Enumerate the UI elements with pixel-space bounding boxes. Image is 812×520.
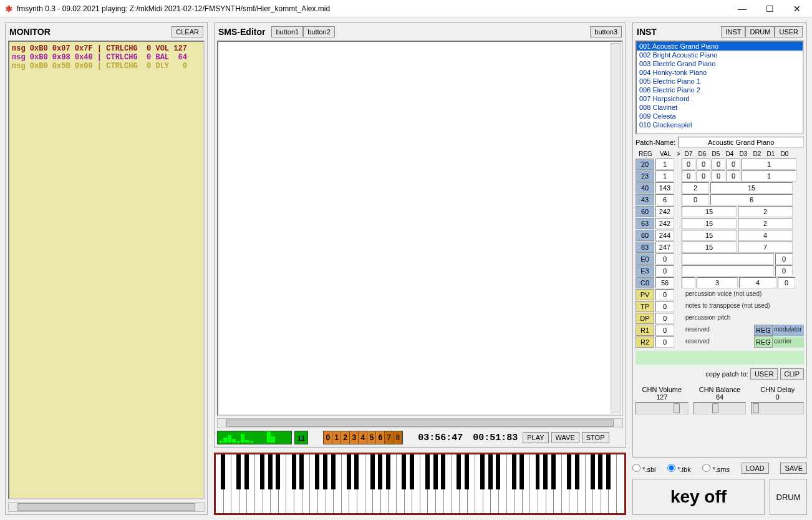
play-button[interactable]: PLAY (523, 432, 548, 443)
black-key[interactable] (292, 454, 296, 489)
reg-bit[interactable]: 2 (738, 218, 793, 229)
reg-bit[interactable] (682, 253, 774, 265)
black-key[interactable] (488, 454, 493, 489)
tab-drum[interactable]: DRUM (745, 26, 775, 37)
stop-button[interactable]: STOP (582, 432, 609, 443)
black-key[interactable] (268, 454, 273, 489)
chn-slider[interactable] (751, 402, 804, 415)
reg-bit[interactable]: 15 (682, 206, 737, 217)
piano-keyboard[interactable] (214, 453, 626, 515)
reg-val[interactable]: 0 (655, 313, 674, 324)
white-key[interactable] (365, 454, 374, 513)
white-key[interactable] (420, 454, 428, 513)
reg-bit[interactable]: 6 (710, 194, 793, 205)
black-key[interactable] (276, 454, 280, 489)
reg-bit[interactable]: 4 (738, 230, 793, 241)
reg-bit[interactable]: 0 (778, 277, 795, 288)
reg-val[interactable]: 1 (655, 159, 674, 170)
reg-bit[interactable]: 0 (682, 194, 709, 205)
channel-8[interactable]: 8 (394, 431, 402, 444)
reg-val[interactable]: 0 (655, 325, 674, 336)
button1[interactable]: button1 (271, 26, 303, 37)
black-key[interactable] (598, 454, 602, 489)
chn-slider[interactable] (694, 402, 747, 415)
white-key[interactable] (231, 454, 239, 513)
black-key[interactable] (315, 454, 319, 489)
copy-user-button[interactable]: USER (750, 368, 778, 380)
white-key[interactable] (617, 454, 624, 513)
white-key[interactable] (562, 454, 570, 513)
list-item[interactable]: 009 Celesta (637, 112, 803, 120)
reg-val[interactable]: 0 (655, 301, 674, 312)
channel-0[interactable]: 0 (324, 431, 332, 444)
editor-scroll-v[interactable] (611, 43, 621, 413)
button3[interactable]: button3 (590, 26, 622, 37)
white-key[interactable] (216, 454, 224, 513)
instrument-list[interactable]: 001 Acoustic Grand Piano002 Bright Acous… (636, 41, 804, 134)
editor-scroll-h[interactable] (217, 418, 623, 428)
reg-bit[interactable]: 0 (775, 265, 793, 277)
black-key[interactable] (260, 454, 264, 489)
reg-bit[interactable]: 0 (697, 159, 710, 170)
clear-button[interactable]: CLEAR (172, 26, 203, 37)
black-key[interactable] (370, 454, 375, 489)
close-button[interactable]: ✕ (783, 1, 811, 17)
list-item[interactable]: 006 Electric Piano 2 (637, 86, 803, 94)
reg-bit[interactable]: 0 (775, 253, 793, 265)
black-key[interactable] (567, 454, 571, 489)
white-key[interactable] (397, 454, 405, 513)
list-item[interactable]: 004 Honky-tonk Piano (637, 68, 803, 77)
reg-val[interactable]: 56 (655, 277, 674, 288)
black-key[interactable] (551, 454, 556, 489)
tab-user[interactable]: USER (775, 26, 803, 37)
white-key[interactable] (530, 454, 538, 513)
reg-bit[interactable]: 15 (682, 230, 737, 241)
black-key[interactable] (410, 454, 414, 489)
list-item[interactable]: 001 Acoustic Grand Piano (637, 42, 803, 51)
black-key[interactable] (480, 454, 485, 489)
black-key[interactable] (378, 454, 382, 489)
save-button[interactable]: SAVE (780, 463, 807, 474)
minimize-button[interactable]: — (728, 1, 756, 17)
maximize-button[interactable]: ☐ (756, 1, 783, 17)
channel-6[interactable]: 6 (376, 431, 385, 444)
reg-bit[interactable]: 7 (738, 242, 793, 253)
reg-val[interactable]: 242 (655, 218, 674, 229)
reg-bit[interactable]: 0 (682, 159, 695, 170)
list-item[interactable]: 005 Electric Piano 1 (637, 77, 803, 86)
black-key[interactable] (236, 454, 241, 489)
list-item[interactable]: 008 Clavinet (637, 103, 803, 112)
black-key[interactable] (606, 454, 611, 489)
black-key[interactable] (347, 454, 351, 489)
reg-val[interactable]: 247 (655, 242, 674, 253)
black-key[interactable] (536, 454, 540, 489)
black-key[interactable] (244, 454, 249, 489)
monitor-scroll-h[interactable] (8, 502, 205, 512)
channel-4[interactable]: 4 (359, 431, 367, 444)
black-key[interactable] (457, 454, 461, 489)
channel-3[interactable]: 3 (350, 431, 359, 444)
reg-bit[interactable]: 1 (742, 159, 796, 170)
reg-val[interactable]: 242 (655, 206, 674, 217)
reg-bit[interactable]: 3 (697, 277, 738, 288)
black-key[interactable] (386, 454, 390, 489)
reg-bit[interactable]: 0 (727, 159, 740, 170)
black-key[interactable] (402, 454, 406, 489)
reg-val[interactable]: 0 (655, 265, 674, 277)
copy-clip-button[interactable]: CLIP (780, 368, 804, 380)
white-key[interactable] (255, 454, 263, 513)
radio-sbi[interactable]: *.sbi (632, 464, 655, 473)
reg-bit[interactable]: 0 (697, 170, 710, 182)
black-key[interactable] (331, 454, 336, 489)
black-key[interactable] (441, 454, 445, 489)
channel-5[interactable]: 5 (367, 431, 376, 444)
reg-bit[interactable]: 0 (712, 159, 725, 170)
reg-bit[interactable]: 15 (710, 182, 793, 194)
reg-bit[interactable]: 15 (682, 242, 737, 253)
black-key[interactable] (323, 454, 327, 489)
reg-bit[interactable] (682, 277, 695, 288)
reg-val[interactable]: 0 (655, 289, 674, 300)
white-key[interactable] (586, 454, 594, 513)
reg-bit[interactable]: 0 (727, 170, 740, 182)
tab-inst[interactable]: INST (721, 26, 745, 37)
